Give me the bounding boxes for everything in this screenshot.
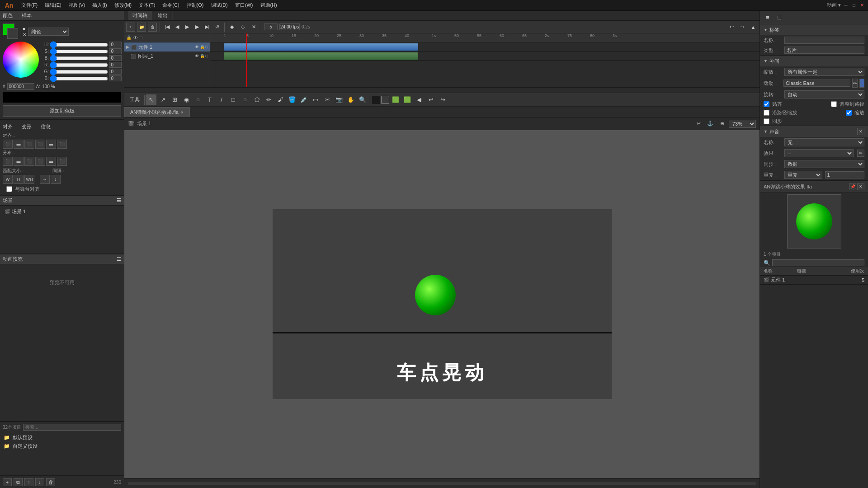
current-frame-input[interactable]: 5	[264, 23, 278, 30]
dist-center-v-btn[interactable]: ▬	[46, 157, 56, 166]
move-scene-up-btn[interactable]: ↑	[24, 478, 33, 486]
lock-toggle-2[interactable]: 🔒	[200, 54, 205, 58]
scale-checkbox[interactable]	[846, 110, 852, 116]
layer-2[interactable]: ⬛ 图层_1 👁 🔒 □	[124, 52, 210, 61]
sat-input[interactable]	[109, 48, 122, 54]
goto-last-btn[interactable]: ▶|	[203, 23, 212, 32]
dist-left-btn[interactable]: ⬛	[3, 157, 13, 166]
hue-input[interactable]: 0	[109, 42, 122, 47]
menu-debug[interactable]: 调试(D)	[208, 1, 231, 9]
ease-input[interactable]: Classic Ease	[783, 80, 850, 87]
outline-toggle-1[interactable]: □	[206, 45, 208, 49]
goto-first-btn[interactable]: |◀	[163, 23, 172, 32]
smooth-tool[interactable]: 🟩	[402, 94, 413, 105]
hand-tool[interactable]: ✋	[345, 94, 356, 105]
type-prop-input[interactable]: 名片	[784, 47, 864, 54]
new-scene-btn[interactable]: +	[3, 478, 12, 486]
menu-modify[interactable]: 修改(M)	[111, 1, 135, 9]
duplicate-scene-btn[interactable]: ⧉	[14, 478, 23, 486]
match-wh-btn[interactable]: WH	[24, 175, 34, 184]
align-tab[interactable]: 对齐	[3, 123, 13, 130]
blue-input[interactable]	[109, 75, 122, 81]
audio-close-btn[interactable]: ✕	[857, 128, 864, 135]
pencil-tool[interactable]: ✏	[263, 94, 274, 105]
swatch-tab[interactable]: 样本	[22, 12, 32, 19]
menu-command[interactable]: 命令(C)	[159, 1, 182, 9]
subselect-tool[interactable]: ↗	[157, 94, 168, 105]
space-v-btn[interactable]: ↕	[51, 175, 61, 184]
undo-stage-btn[interactable]: ↩	[425, 94, 436, 105]
menu-view[interactable]: 视图(V)	[66, 1, 89, 9]
lib-search-input[interactable]	[23, 424, 121, 431]
play-btn[interactable]: ▶	[183, 23, 192, 32]
stroke-color-swatch[interactable]	[7, 28, 18, 39]
green-slider[interactable]	[50, 70, 108, 74]
red-slider[interactable]	[50, 63, 108, 67]
delete-scene-btn[interactable]: 🗑	[46, 478, 55, 486]
properties-tab-btn[interactable]: ≡	[763, 13, 773, 23]
dist-top-btn[interactable]: ⬛	[35, 157, 45, 166]
hex-input[interactable]	[7, 83, 34, 90]
step-back-btn[interactable]: ◀	[173, 23, 182, 32]
align-right-btn[interactable]: ⬛	[24, 140, 34, 149]
layer-expand-icon[interactable]: ▶	[126, 45, 129, 49]
dist-center-h-btn[interactable]: ▬	[14, 157, 24, 166]
zoom-select[interactable]: 73%	[729, 120, 756, 128]
no-fill-icon[interactable]: ✕	[23, 32, 26, 37]
asset-pin-btn[interactable]: 📌	[849, 183, 856, 190]
name-prop-input[interactable]	[784, 37, 864, 44]
poly-tool[interactable]: ⬠	[251, 94, 262, 105]
hue-slider[interactable]	[50, 43, 108, 47]
align-bottom-btn[interactable]: ⬛	[57, 140, 67, 149]
paint-bucket-tool[interactable]: 🪣	[287, 94, 297, 105]
rect-tool[interactable]: □	[228, 94, 239, 105]
menu-help[interactable]: 帮助(H)	[257, 1, 280, 9]
bottom-scroll[interactable]	[128, 482, 756, 485]
eraser-tool[interactable]: ▭	[310, 94, 321, 105]
match-w-btn[interactable]: W	[3, 175, 13, 184]
tab-output[interactable]: 输出	[153, 11, 173, 20]
scene-1-item[interactable]: 🎬 场景 1	[3, 207, 121, 216]
align-top-btn[interactable]: ⬛	[35, 140, 45, 149]
stage-align-checkbox[interactable]	[6, 186, 12, 192]
win-max-btn[interactable]: □	[851, 2, 857, 9]
fill-color-btn[interactable]	[372, 96, 380, 104]
outline-toggle-2[interactable]: □	[206, 54, 208, 58]
snap-checkbox[interactable]	[764, 101, 769, 107]
gradient-tool[interactable]: ◉	[181, 94, 192, 105]
straighten-tool[interactable]: ◀	[414, 94, 425, 105]
keyframe-btn[interactable]: ◆	[227, 23, 236, 32]
playhead[interactable]	[246, 33, 247, 87]
rotate-select[interactable]: 自动	[784, 90, 864, 99]
align-left-btn[interactable]: ⬛	[3, 140, 13, 149]
audio-effect-edit-btn[interactable]: ✏	[857, 150, 864, 157]
tween-section-header[interactable]: ▼ 补间	[760, 56, 868, 66]
vis-toggle-1[interactable]: 👁	[195, 45, 199, 49]
loop-btn[interactable]: ↺	[212, 23, 222, 32]
asset-search-input[interactable]	[772, 259, 864, 266]
workspace-label[interactable]: 动画 ▾	[827, 2, 841, 9]
sync-checkbox[interactable]	[764, 118, 769, 124]
sat-slider[interactable]	[50, 50, 108, 53]
anchor-btn[interactable]: ⚓	[705, 119, 715, 129]
eyedropper-tool[interactable]: 💉	[298, 94, 309, 105]
space-h-btn[interactable]: ↔	[40, 175, 50, 184]
tl-settings-btn[interactable]: ▲	[749, 23, 758, 32]
free-transform-tool[interactable]: ⊞	[169, 94, 180, 105]
win-close-btn[interactable]: ✕	[859, 2, 865, 9]
redo-stage-btn[interactable]: ↪	[437, 94, 448, 105]
align-center-h-btn[interactable]: ▬	[14, 140, 24, 149]
green-input[interactable]	[109, 69, 122, 75]
dist-right-btn[interactable]: ⬛	[24, 157, 34, 166]
move-scene-down-btn[interactable]: ↓	[35, 478, 44, 486]
lock-toggle-1[interactable]: 🔒	[200, 45, 205, 49]
menu-insert[interactable]: 插入(I)	[89, 1, 110, 9]
audio-sync-select[interactable]: 数据	[784, 160, 864, 168]
brush-tool[interactable]: 🖌	[275, 94, 286, 105]
menu-edit[interactable]: 编辑(E)	[42, 1, 65, 9]
solid-fill-icon[interactable]: ■	[23, 26, 26, 31]
scissors-tool[interactable]: ✂	[322, 94, 333, 105]
along-path-checkbox[interactable]	[764, 110, 769, 116]
ball-element[interactable]	[415, 275, 456, 315]
bright-input[interactable]	[109, 55, 122, 61]
